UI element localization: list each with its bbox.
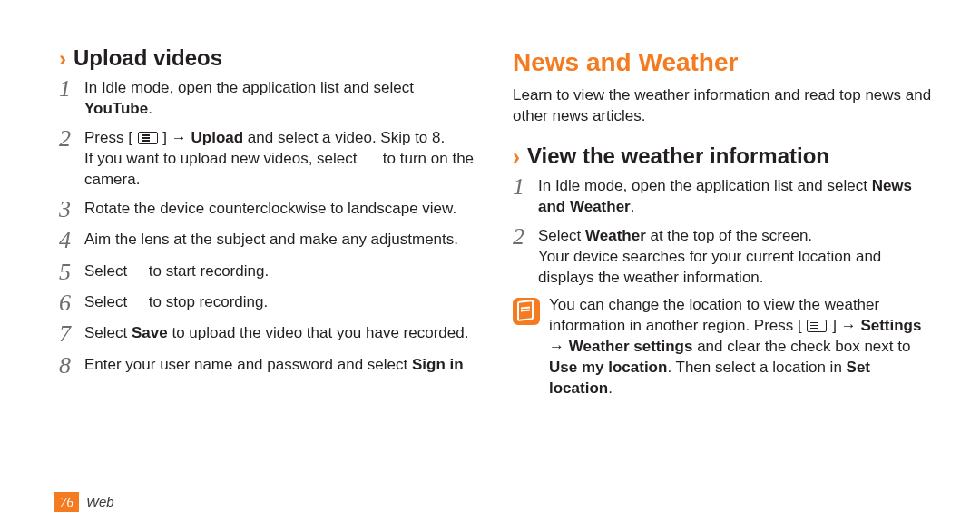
subheading-view-weather: › View the weather information xyxy=(513,142,935,171)
right-column: News and Weather Learn to view the weath… xyxy=(513,44,935,532)
step-number: 2 xyxy=(59,126,84,151)
step-text: Select Weather at the top of the screen.… xyxy=(538,224,935,289)
step-item: 3Rotate the device counterclockwise to l… xyxy=(59,197,481,222)
step-text: Press [ ] → Upload and select a video. S… xyxy=(84,126,481,191)
page: › Upload videos 1In Idle mode, open the … xyxy=(0,0,980,532)
steps-list-left: 1In Idle mode, open the application list… xyxy=(59,76,481,377)
step-text: Enter your user name and password and se… xyxy=(84,353,481,376)
note-block: You can change the location to view the … xyxy=(513,295,935,399)
step-text: In Idle mode, open the application list … xyxy=(538,174,935,218)
subheading-text: View the weather information xyxy=(527,142,829,171)
step-number: 1 xyxy=(513,174,538,199)
step-item: 2Press [ ] → Upload and select a video. … xyxy=(59,126,481,191)
step-text: In Idle mode, open the application list … xyxy=(84,76,481,120)
step-item: 1In Idle mode, open the application list… xyxy=(59,76,481,120)
subheading-text: Upload videos xyxy=(74,44,222,73)
step-item: 1In Idle mode, open the application list… xyxy=(513,174,935,218)
step-text: Select to start recording. xyxy=(84,260,481,282)
page-number: 76 xyxy=(54,492,79,512)
step-number: 3 xyxy=(59,197,84,222)
step-number: 1 xyxy=(59,76,84,101)
chevron-icon: › xyxy=(513,143,520,172)
section-title: News and Weather xyxy=(513,45,935,80)
step-item: 2Select Weather at the top of the screen… xyxy=(513,224,935,289)
step-text: Select to stop recording. xyxy=(84,291,481,313)
note-text: You can change the location to view the … xyxy=(549,295,935,399)
step-item: 7Select Save to upload the video that yo… xyxy=(59,321,481,346)
step-number: 7 xyxy=(59,321,84,346)
step-number: 5 xyxy=(59,260,84,284)
step-number: 2 xyxy=(513,224,538,249)
step-item: 4Aim the lens at the subject and make an… xyxy=(59,228,481,252)
intro-text: Learn to view the weather information an… xyxy=(513,85,935,127)
step-text: Rotate the device counterclockwise to la… xyxy=(84,197,481,220)
menu-icon xyxy=(138,132,158,144)
step-number: 6 xyxy=(59,291,84,315)
step-number: 4 xyxy=(59,228,84,252)
section-name: Web xyxy=(86,493,114,511)
step-number: 8 xyxy=(59,353,84,378)
subheading-upload-videos: › Upload videos xyxy=(59,44,481,73)
left-column: › Upload videos 1In Idle mode, open the … xyxy=(59,44,481,532)
step-item: 8Enter your user name and password and s… xyxy=(59,353,481,378)
step-item: 5Select to start recording. xyxy=(59,260,481,284)
menu-icon xyxy=(807,320,827,332)
step-text: Aim the lens at the subject and make any… xyxy=(84,228,481,251)
step-item: 6Select to stop recording. xyxy=(59,291,481,315)
chevron-icon: › xyxy=(59,44,66,74)
step-text: Select Save to upload the video that you… xyxy=(84,321,481,344)
note-icon xyxy=(513,298,540,325)
page-footer: 76 Web xyxy=(54,492,114,512)
steps-list-right: 1In Idle mode, open the application list… xyxy=(513,174,935,289)
